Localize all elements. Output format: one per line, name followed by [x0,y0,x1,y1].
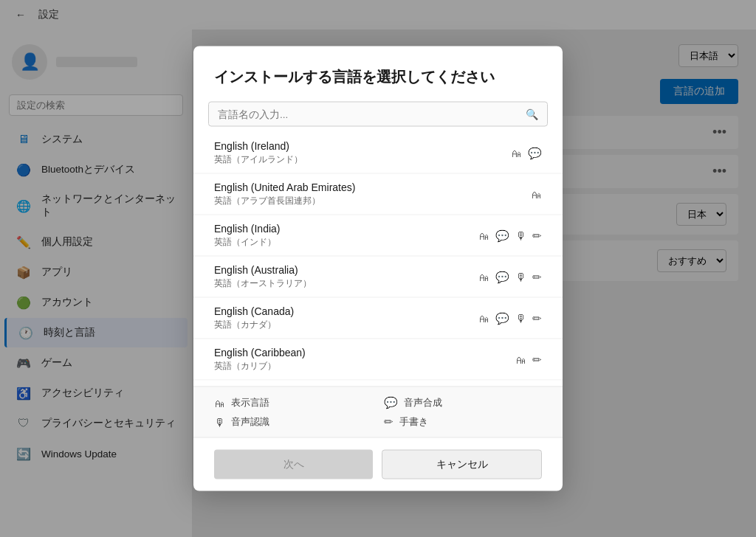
lang-capability-icons: 🗛✏ [515,353,542,366]
voice-recog-icon: 🎙 [214,415,225,428]
handwriting-icon: ✏ [384,415,394,429]
lang-name: English (United Arab Emirates) [214,181,355,193]
voice-icon: 🎙 [515,229,526,242]
dialog-search-box[interactable]: 🔍 [208,102,548,127]
lang-native: 英語（インド） [214,236,281,249]
speech-icon: 💬 [528,146,542,159]
handwrite-icon: ✏ [532,270,542,283]
display-icon: 🗛 [515,353,526,366]
dialog-title: インストールする言語を選択してください [214,67,542,87]
legend-handwrite-label: 手書き [399,415,428,429]
legend-section: 🗛 表示言語 💬 音声合成 🎙 音声認識 ✏ 手書き [193,387,563,437]
legend-voice-label: 音声認識 [231,415,269,429]
language-list-item[interactable]: English (Ireland)英語（アイルランド）🗛💬 [193,133,563,174]
language-list-item[interactable]: English (Canada)英語（カナダ）🗛💬🎙✏ [193,298,563,339]
dialog-header: インストールする言語を選択してください [193,46,563,96]
lang-native: 英語（カリブ） [214,360,306,373]
speech-icon: 💬 [495,229,509,242]
legend-speech: 💬 音声合成 [384,396,542,409]
handwrite-icon: ✏ [532,229,542,242]
voice-icon: 🎙 [515,271,526,283]
lang-native: 英語（アイルランド） [214,153,303,166]
lang-name: English (Canada) [214,305,294,317]
cancel-button[interactable]: キャンセル [382,450,542,479]
speech-synth-icon: 💬 [384,396,398,409]
next-button[interactable]: 次へ [214,450,373,479]
language-list-item[interactable]: English (Caribbean)英語（カリブ）🗛✏ [193,339,563,381]
speech-icon: 💬 [495,270,509,283]
search-icon: 🔍 [526,108,538,120]
lang-capability-icons: 🗛💬🎙✏ [478,270,542,283]
legend-speech-label: 音声合成 [404,396,442,409]
lang-native: 英語（アラブ首長国連邦） [214,195,355,207]
display-icon: 🗛 [478,312,489,325]
lang-name: English (Australia) [214,264,312,276]
lang-capability-icons: 🗛💬 [511,146,542,159]
display-icon: 🗛 [531,188,542,201]
lang-capability-icons: 🗛💬🎙✏ [478,311,542,325]
dialog-footer: 次へ キャンセル [193,437,563,491]
display-icon: 🗛 [478,229,489,242]
display-lang-icon: 🗛 [214,396,225,409]
legend-handwrite: ✏ 手書き [384,415,542,429]
lang-native: 英語（オーストラリア） [214,277,312,290]
speech-icon: 💬 [495,311,509,325]
legend-display: 🗛 表示言語 [214,396,372,409]
display-icon: 🗛 [511,147,522,159]
handwrite-icon: ✏ [532,311,542,325]
voice-icon: 🎙 [515,312,526,325]
language-search-input[interactable] [218,108,520,119]
language-list-item[interactable]: English (Australia)英語（オーストラリア）🗛💬🎙✏ [193,257,563,298]
display-icon: 🗛 [478,271,489,283]
lang-capability-icons: 🗛 [531,188,542,201]
lang-name: English (Caribbean) [214,347,306,358]
language-list: English (Ireland)英語（アイルランド）🗛💬English (Un… [193,133,563,381]
language-list-item[interactable]: English (United Arab Emirates)英語（アラブ首長国連… [193,174,563,215]
handwrite-icon: ✏ [532,353,542,366]
legend-voice: 🎙 音声認識 [214,415,372,429]
language-list-item[interactable]: English (India)英語（インド）🗛💬🎙✏ [193,215,563,257]
lang-native: 英語（カナダ） [214,319,294,331]
lang-name: English (India) [214,223,281,235]
language-select-dialog: インストールする言語を選択してください 🔍 English (Ireland)英… [193,46,563,491]
lang-capability-icons: 🗛💬🎙✏ [478,229,542,242]
legend-display-label: 表示言語 [231,396,269,409]
lang-name: English (Ireland) [214,140,303,152]
